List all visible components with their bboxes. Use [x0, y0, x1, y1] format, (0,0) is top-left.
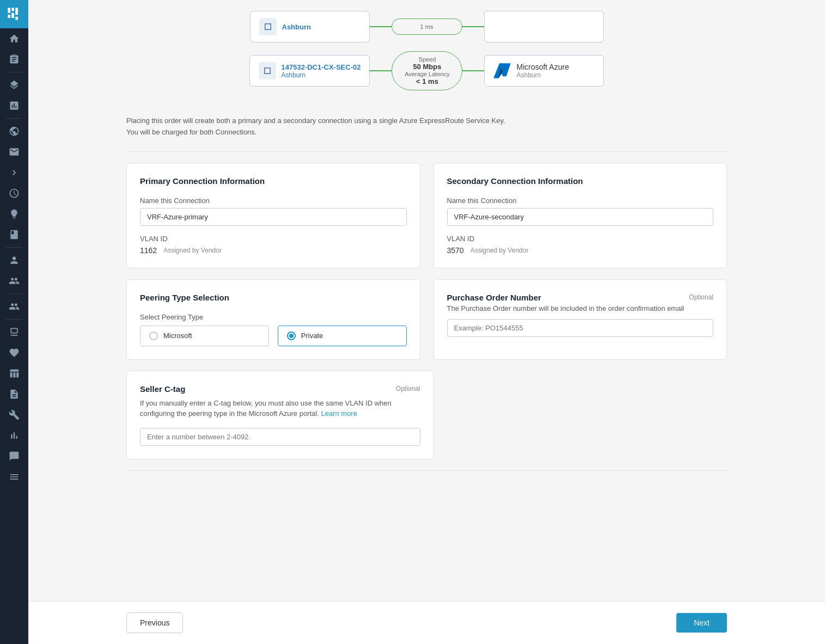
po-title: Purchase Order Number	[447, 293, 541, 302]
expand-icon[interactable]	[0, 162, 28, 183]
latency-value: < 1 ms	[402, 77, 452, 85]
svg-rect-3	[8, 15, 10, 18]
analytics-icon[interactable]	[0, 95, 28, 116]
logo[interactable]	[0, 0, 28, 28]
azure-icon	[493, 62, 511, 79]
diagram-bottom-row: 147532-DC1-CX-SEC-02 Ashburn Speed 50 Mb…	[126, 51, 727, 90]
ctag-input[interactable]	[140, 428, 420, 446]
team-icon[interactable]	[0, 271, 28, 291]
oval-label-top: 1 ms	[402, 23, 452, 30]
contact-icon[interactable]	[0, 250, 28, 271]
primary-connection-card: Primary Connection Information Name this…	[126, 163, 420, 268]
table-icon[interactable]	[0, 363, 28, 384]
peering-microsoft-option[interactable]: Microsoft	[140, 326, 269, 346]
primary-name-label: Name this Connection	[140, 197, 407, 205]
speed-oval-top: 1 ms	[392, 19, 462, 35]
po-description: The Purchase Order number will be includ…	[447, 304, 714, 312]
po-input[interactable]	[447, 319, 714, 337]
section-divider-1	[126, 151, 727, 152]
ctag-description: If you manually enter a C-tag below, you…	[140, 398, 420, 419]
secondary-vlan-label: VLAN ID	[447, 235, 714, 243]
dest-box-location: Ashburn	[516, 71, 569, 79]
po-optional: Optional	[689, 293, 713, 301]
secondary-card-title: Secondary Connection Information	[447, 176, 714, 186]
secondary-vlan-value: 3570	[447, 246, 464, 255]
main-content: Ashburn 1 ms	[28, 0, 825, 644]
primary-card-title: Primary Connection Information	[140, 176, 407, 186]
source-box-location: Ashburn	[282, 71, 361, 79]
divider-4	[6, 293, 22, 294]
source-icon	[259, 62, 276, 79]
previous-button[interactable]: Previous	[126, 612, 183, 633]
primary-name-input[interactable]	[140, 208, 407, 226]
menu-expand-icon[interactable]	[0, 467, 28, 487]
diagram-top-row: Ashburn 1 ms	[126, 11, 727, 42]
ctag-learn-more[interactable]: Learn more	[321, 409, 357, 418]
source-box: 147532-DC1-CX-SEC-02 Ashburn	[249, 55, 370, 87]
speed-label: Speed	[402, 56, 452, 63]
group-icon[interactable]	[0, 296, 28, 317]
connection-cards-row: Primary Connection Information Name this…	[126, 163, 727, 268]
doc-icon[interactable]	[0, 384, 28, 404]
layers-icon[interactable]	[0, 75, 28, 95]
section-divider-2	[126, 470, 727, 471]
peering-private-label: Private	[301, 332, 323, 340]
svg-rect-0	[8, 8, 10, 13]
secondary-vlan-row: 3570 Assigned by Vendor	[447, 246, 714, 255]
bottom-spacer	[126, 482, 727, 514]
clipboard-icon[interactable]	[0, 49, 28, 70]
next-button[interactable]: Next	[676, 613, 727, 633]
clock-icon[interactable]	[0, 183, 28, 204]
server-icon[interactable]	[0, 322, 28, 342]
ctag-title: Seller C-tag	[140, 384, 185, 394]
book-icon[interactable]	[0, 224, 28, 245]
svg-rect-5	[15, 17, 18, 20]
speed-value: 50 Mbps	[402, 63, 452, 71]
divider-3	[6, 247, 22, 248]
primary-vlan-row: 1162 Assigned by Vendor	[140, 246, 407, 255]
speed-oval: Speed 50 Mbps Average Latency < 1 ms	[392, 51, 462, 90]
peering-card: Peering Type Selection Select Peering Ty…	[126, 279, 420, 360]
line-1	[370, 70, 392, 71]
info-text-line1: Placing this order will create both a pr…	[126, 115, 727, 127]
health-icon[interactable]	[0, 342, 28, 363]
source-box-top: Ashburn	[250, 11, 370, 42]
peering-microsoft-radio[interactable]	[149, 332, 158, 340]
peering-private-option[interactable]: Private	[278, 326, 407, 346]
divider-5	[6, 319, 22, 320]
peering-title: Peering Type Selection	[140, 293, 407, 302]
secondary-name-label: Name this Connection	[447, 197, 714, 205]
secondary-connection-card: Secondary Connection Information Name th…	[433, 163, 728, 268]
sidebar	[0, 0, 28, 644]
primary-vlan-assigned: Assigned by Vendor	[163, 247, 222, 254]
globe-icon[interactable]	[0, 142, 28, 162]
source-icon-top	[259, 18, 277, 35]
diagram-section: Ashburn 1 ms	[126, 0, 727, 110]
secondary-name-input[interactable]	[447, 208, 714, 226]
dest-box: Microsoft Azure Ashburn	[484, 55, 604, 87]
latency-label: Average Latency	[402, 71, 452, 77]
peering-select-label: Select Peering Type	[140, 313, 407, 321]
dest-box-top	[484, 11, 604, 42]
tools-icon[interactable]	[0, 404, 28, 425]
ctag-row: Seller C-tag Optional If you manually en…	[126, 371, 727, 459]
network-icon[interactable]	[0, 121, 28, 142]
purchase-order-card: Purchase Order Number Optional The Purch…	[433, 279, 728, 360]
ctag-spacer	[447, 371, 728, 459]
bar-chart-icon[interactable]	[0, 425, 28, 446]
peering-microsoft-label: Microsoft	[163, 332, 192, 340]
source-box-title-top: Ashburn	[282, 23, 311, 31]
line-1-top	[370, 26, 392, 27]
primary-vlan-value: 1162	[140, 246, 157, 255]
scrollable-area: Ashburn 1 ms	[28, 0, 825, 601]
secondary-vlan-assigned: Assigned by Vendor	[470, 247, 529, 254]
peering-options: Microsoft Private	[140, 326, 407, 346]
footer: Previous Next	[28, 601, 825, 644]
ctag-optional: Optional	[396, 385, 420, 392]
line-2-top	[462, 26, 484, 27]
home-icon[interactable]	[0, 28, 28, 49]
bulb-icon[interactable]	[0, 204, 28, 224]
svg-rect-1	[11, 8, 14, 11]
chat-icon[interactable]	[0, 446, 28, 467]
peering-private-radio[interactable]	[287, 332, 296, 340]
